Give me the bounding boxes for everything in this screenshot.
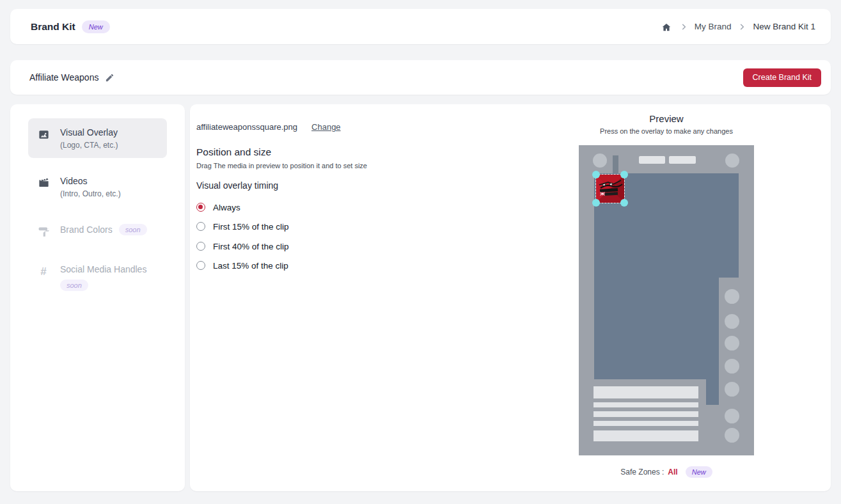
- preview-action-circle: [725, 314, 739, 329]
- safe-zones-label: Safe Zones :: [620, 468, 664, 476]
- radio-option-always[interactable]: Always: [196, 201, 240, 214]
- sidebar: Visual Overlay (Logo, CTA, etc.) Videos …: [10, 104, 185, 491]
- sidebar-item-brand-colors: Brand Colors soon: [28, 216, 167, 246]
- preview-tab-placeholder: [669, 156, 696, 164]
- safe-zones-value[interactable]: All: [668, 468, 677, 476]
- soon-badge: soon: [119, 224, 147, 235]
- radio-label: Always: [213, 203, 240, 212]
- radio-option-last-15[interactable]: Last 15% of the clip: [196, 259, 288, 272]
- preview-avatar-placeholder: [593, 154, 607, 168]
- sidebar-item-videos[interactable]: Videos (Intro, Outro, etc.): [28, 167, 167, 207]
- new-feature-badge: New: [82, 20, 110, 33]
- resize-handle-top-right[interactable]: [620, 171, 628, 178]
- preview-action-circle: [725, 359, 739, 374]
- logo-overlay[interactable]: [596, 175, 624, 203]
- preview-title: Preview: [579, 113, 754, 124]
- preview-caption-line: [593, 430, 698, 441]
- radio-label: Last 15% of the clip: [213, 261, 288, 271]
- position-size-hint: Drag The media in preview to position it…: [196, 162, 367, 169]
- preview-action-circle: [725, 428, 739, 443]
- preview-tab-placeholder: [639, 156, 665, 164]
- sidebar-item-sublabel: (Intro, Outro, etc.): [60, 189, 121, 198]
- kit-toolbar: Affiliate Weapons Create Brand Kit: [10, 60, 831, 95]
- film-icon: [37, 177, 50, 189]
- sidebar-item-visual-overlay[interactable]: Visual Overlay (Logo, CTA, etc.): [28, 118, 167, 158]
- sidebar-item-sublabel: (Logo, CTA, etc.): [60, 141, 118, 150]
- radio-unselected-icon[interactable]: [196, 261, 205, 270]
- create-brand-kit-button[interactable]: Create Brand Kit: [743, 68, 821, 87]
- preview-phone-mockup: [579, 145, 754, 455]
- preview-caption-line: [593, 411, 698, 417]
- preview-action-circle: [725, 289, 739, 304]
- image-icon: [37, 128, 50, 141]
- main-panel: affiliateweaponssquare.png Change Positi…: [190, 104, 831, 491]
- preview-video-area: [594, 278, 719, 379]
- preview-subtitle: Press on the overlay to make any changes: [579, 127, 754, 135]
- page-header: Brand Kit New My Brand New Brand Kit 1: [10, 9, 831, 44]
- safe-zones-new-badge: New: [686, 466, 712, 478]
- preview-caption-line: [593, 421, 698, 426]
- affiliate-weapons-logo: [596, 175, 624, 203]
- soon-badge: soon: [60, 280, 88, 291]
- sidebar-item-label: Brand Colors: [60, 224, 113, 235]
- sidebar-item-label: Social Media Handles: [60, 264, 146, 274]
- position-size-title: Position and size: [196, 146, 271, 158]
- radio-unselected-icon[interactable]: [196, 242, 205, 251]
- breadcrumb-current: New Brand Kit 1: [753, 22, 815, 31]
- overlay-file-name: affiliateweaponssquare.png: [196, 122, 297, 132]
- overlay-timing-title: Visual overlay timing: [196, 180, 278, 191]
- radio-unselected-icon[interactable]: [196, 222, 205, 231]
- brand-kit-page: Brand Kit New My Brand New Brand Kit 1 A…: [0, 0, 841, 504]
- radio-option-first-15[interactable]: First 15% of the clip: [196, 220, 289, 233]
- home-icon[interactable]: [660, 21, 673, 34]
- preview-video-area: [706, 379, 719, 405]
- hashtag-icon: #: [37, 265, 50, 278]
- radio-label: First 15% of the clip: [213, 222, 289, 232]
- radio-label: First 40% of the clip: [213, 242, 289, 251]
- preview-caption-line: [593, 402, 698, 407]
- kit-name: Affiliate Weapons: [29, 72, 98, 83]
- edit-pencil-icon[interactable]: [105, 73, 114, 83]
- radio-selected-icon[interactable]: [196, 203, 205, 212]
- resize-handle-top-left[interactable]: [592, 171, 600, 178]
- sidebar-item-label: Videos: [60, 176, 88, 186]
- safe-zones-row: Safe Zones : All New: [579, 466, 754, 478]
- preview-caption-line: [593, 386, 698, 398]
- change-file-link[interactable]: Change: [311, 122, 341, 132]
- preview-action-circle: [725, 336, 739, 350]
- resize-handle-bottom-left[interactable]: [592, 199, 600, 207]
- chevron-right-icon: [679, 22, 688, 31]
- sidebar-item-social-media-handles: # Social Media Handles soon: [28, 255, 167, 299]
- file-row: affiliateweaponssquare.png Change: [196, 122, 341, 132]
- page-title: Brand Kit: [31, 21, 75, 33]
- paint-roller-icon: [37, 225, 50, 238]
- preview-icon-placeholder: [725, 154, 739, 168]
- chevron-right-icon: [737, 22, 746, 31]
- resize-handle-bottom-right[interactable]: [620, 199, 628, 207]
- preview-action-circle: [725, 409, 739, 423]
- preview-action-circle: [725, 382, 739, 397]
- radio-option-first-40[interactable]: First 40% of the clip: [196, 240, 289, 253]
- breadcrumb: My Brand New Brand Kit 1: [660, 20, 815, 34]
- sidebar-item-label: Visual Overlay: [60, 127, 118, 138]
- breadcrumb-my-brand[interactable]: My Brand: [695, 22, 732, 31]
